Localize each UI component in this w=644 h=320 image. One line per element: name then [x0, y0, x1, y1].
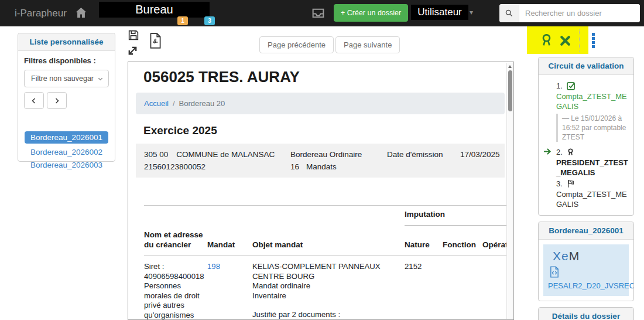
circuit-panel-title: Circuit de validation [539, 57, 633, 75]
breadcrumb-separator: / [173, 99, 175, 108]
bordereau-file-link[interactable]: PESALR2_D20_JVSRECEPT [548, 281, 625, 290]
home-icon[interactable] [74, 6, 88, 19]
viewer-scrollbar [506, 63, 513, 319]
toolbar-divider [579, 29, 580, 52]
document-title: 056025 TRES. AURAY [143, 68, 513, 86]
step-done-icon [566, 81, 576, 91]
info-count: 16 [290, 161, 299, 173]
approve-seal-icon[interactable] [539, 33, 554, 50]
desk-menu-label: Bureau [135, 3, 173, 16]
document-viewer: 056025 TRES. AURAY Accueil / Bordereau 2… [128, 62, 514, 320]
info-bordereau-type: Bordereau Ordinaire [290, 148, 387, 161]
cell-fonction [443, 262, 482, 320]
info-date-label: Date d'émission [387, 148, 460, 173]
custom-list-panel: Liste personnalisée Filtres disponibles … [18, 33, 115, 162]
more-menu-icon[interactable] [592, 33, 595, 48]
cell-creancier: Siret : 40906598400018 Personnes morales… [144, 262, 207, 320]
breadcrumb-current: Bordereau 20 [179, 99, 225, 108]
cell-operation [482, 262, 508, 320]
custom-list-title: Liste personnalisée [18, 33, 115, 51]
table-row: Siret : 40906598400018 Personnes morales… [144, 262, 508, 320]
step-end-icon [566, 179, 576, 188]
col-header-fonction: Fonction [443, 240, 482, 250]
exercise-heading: Exercice 2025 [143, 124, 513, 137]
info-commune: 305 00COMMUNE de MALANSAC 21560123800052 [144, 148, 290, 173]
desk-badge-orange: 1 [177, 16, 188, 25]
create-folder-button[interactable]: + Créer un dossier [334, 4, 408, 22]
list-item[interactable]: Bordereau_2026002 [30, 148, 102, 156]
table-header-row: Nom et adresse du créancier Mandat Objet… [144, 230, 508, 256]
info-commune-name: COMMUNE de MALANSAC [176, 150, 275, 159]
inbox-tray-icon[interactable] [311, 6, 326, 21]
breadcrumb: Accueil / Bordereau 20 [136, 93, 505, 114]
circuit-step-3: 3. Compta_ZTEST_MEGALIS [546, 178, 629, 209]
cell-objet-mandat: KELIAS-COMPLEMENT PANNEAUX CENTRE BOURG … [252, 262, 405, 320]
circuit-step-1: 1. Compta_ZTEST_MEGALIS — Le 15/01/2026 … [546, 80, 629, 142]
info-count-unit: Mandats [306, 162, 337, 171]
user-menu[interactable]: Utilisateur [411, 5, 468, 20]
validation-circuit-panel: Circuit de validation 1. Compta_ZTEST_ME… [538, 57, 634, 216]
export-pdf-icon[interactable] [148, 32, 163, 49]
objet-name: KELIAS-COMPLEMENT PANNEAUX CENTRE BOURG [252, 262, 405, 281]
col-header-operation: Opération [482, 240, 508, 250]
xemelios-logo: XeM [553, 249, 625, 263]
right-sidebar: Circuit de validation 1. Compta_ZTEST_ME… [538, 57, 634, 320]
prev-page-button[interactable]: Page précédente [259, 36, 334, 53]
prev-icon [30, 97, 37, 104]
cell-nature: 2152 [405, 262, 443, 320]
step-number: 2. [556, 148, 563, 156]
justification-label: Justifié par 2 documents : [252, 310, 405, 320]
save-icon[interactable] [127, 29, 140, 42]
app-window: i-Parapheur Bureau 1 3 + Créer un dossie… [0, 0, 644, 320]
breadcrumb-home-link[interactable]: Accueil [144, 99, 169, 108]
section-divider [144, 205, 507, 206]
list-item[interactable]: Bordereau_2026003 [30, 161, 102, 169]
app-brand[interactable]: i-Parapheur [15, 8, 67, 19]
next-page-button[interactable]: Page suivante [335, 36, 400, 53]
desk-menu[interactable]: Bureau [99, 2, 210, 18]
dropdown-chevron-icon [97, 76, 104, 82]
objet-details: Mandat ordinaire Inventaire [252, 281, 405, 301]
step-validator-name: PRESIDENT_ZTEST_MEGALIS [556, 158, 629, 178]
info-code: 305 00 [144, 148, 168, 161]
col-header-objet: Objet mandat [252, 240, 405, 250]
step-number: 1. [556, 81, 563, 90]
details-panel-title: Détails du dossier [539, 308, 633, 320]
search-input[interactable] [519, 4, 640, 22]
user-caret-icon: ▾ [470, 8, 473, 16]
filter-select-value: Filtre non sauvegar [31, 74, 94, 83]
current-step-arrow-icon [543, 147, 552, 158]
col-header-creancier: Nom et adresse du créancier [144, 230, 207, 250]
next-icon [53, 97, 60, 104]
folder-details-panel: Détails du dossier ◦ Type : PES_ZTEST_ME… [538, 307, 634, 320]
reject-icon[interactable] [559, 34, 572, 50]
step-validator-name: Compta_ZTEST_MEGALIS [556, 189, 629, 209]
prev-filter-button[interactable] [24, 92, 44, 109]
scrollbar-thumb[interactable] [508, 70, 512, 111]
topbar: i-Parapheur Bureau 1 3 + Créer un dossie… [0, 0, 644, 26]
col-header-nature: Nature [405, 240, 443, 250]
next-filter-button[interactable] [47, 92, 67, 109]
info-siret: 21560123800052 [144, 161, 290, 173]
info-date-value: 17/03/2025 [460, 148, 505, 173]
file-preview-box[interactable]: XeM PESALR2_D20_JVSRECEPT [543, 244, 629, 296]
bordereau-file-panel: Bordereau_2026001 XeM PESALR2_D20_JVSREC… [538, 222, 634, 301]
mandat-number-link[interactable]: 198 [207, 262, 220, 271]
mandates-table: Imputation Nom et adresse du créancier M… [144, 210, 508, 320]
expand-icon[interactable] [125, 43, 140, 58]
list-item[interactable]: Bordereau_2026001 [25, 131, 108, 144]
imputation-group-underline [405, 225, 508, 226]
file-code-icon [549, 266, 625, 280]
scrollbar-up-arrow[interactable] [508, 65, 512, 68]
search-icon [499, 4, 519, 22]
circuit-step-2: 2. PRESIDENT_ZTEST_MEGALIS [546, 146, 629, 178]
step-validation-note: — Le 15/01/2026 à 16:52 par comptable ZT… [556, 114, 629, 142]
search-box [499, 4, 640, 22]
bordereau-info-band: 305 00COMMUNE de MALANSAC 21560123800052… [136, 144, 505, 178]
step-number: 3. [556, 179, 563, 188]
step-validator-name: Compta_ZTEST_MEGALIS [556, 91, 629, 111]
bordereau-list: Bordereau_2026001 Bordereau_2026002 Bord… [24, 131, 109, 169]
col-header-mandat: Mandat [207, 240, 252, 250]
imputation-group-header: Imputation [405, 210, 445, 219]
filter-select[interactable]: Filtre non sauvegar [24, 70, 109, 87]
